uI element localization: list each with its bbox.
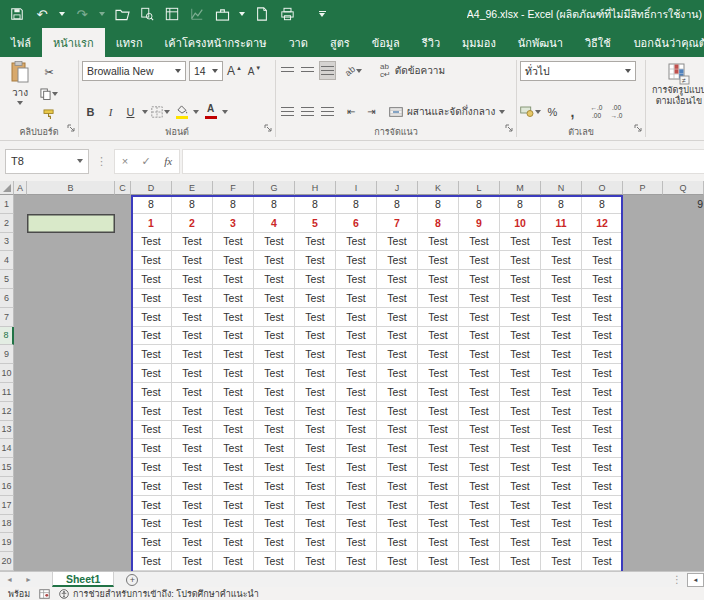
cell-I20[interactable]: Test (336, 552, 377, 571)
row-header-14[interactable]: 14 (0, 439, 14, 458)
row-header-15[interactable]: 15 (0, 458, 14, 477)
row-header-18[interactable]: 18 (0, 515, 14, 534)
cell-J8[interactable]: Test (377, 327, 418, 346)
cell-N8[interactable]: Test (541, 327, 582, 346)
row-header-6[interactable]: 6 (0, 289, 14, 308)
sheet-tab-sheet1[interactable]: Sheet1 (52, 572, 114, 587)
cell-A11[interactable] (14, 383, 27, 402)
row-header-16[interactable]: 16 (0, 477, 14, 496)
cell-P11[interactable] (623, 383, 663, 402)
cell-C1[interactable] (115, 195, 131, 214)
col-header-O[interactable]: O (582, 181, 623, 195)
ribbon-tab-page-layout[interactable]: เค้าโครงหน้ากระดาษ (154, 28, 278, 57)
cell-L18[interactable]: Test (459, 515, 500, 534)
cell-K7[interactable]: Test (418, 308, 459, 327)
cell-H15[interactable]: Test (295, 458, 336, 477)
cell-C14[interactable] (115, 439, 131, 458)
cell-O2[interactable]: 12 (582, 214, 623, 233)
cell-L6[interactable]: Test (459, 289, 500, 308)
middle-align-icon[interactable] (299, 61, 316, 80)
orientation-icon[interactable]: ab (345, 61, 362, 80)
cell-I2[interactable]: 6 (336, 214, 377, 233)
cell-K4[interactable]: Test (418, 251, 459, 270)
cell-G17[interactable]: Test (254, 496, 295, 515)
fill-color-dropdown-icon[interactable] (193, 110, 199, 114)
cell-O15[interactable]: Test (582, 458, 623, 477)
cell-L11[interactable]: Test (459, 383, 500, 402)
cell-E4[interactable]: Test (172, 251, 213, 270)
cell-M20[interactable]: Test (500, 552, 541, 571)
cell-H16[interactable]: Test (295, 477, 336, 496)
col-header-H[interactable]: H (295, 181, 336, 195)
cell-H4[interactable]: Test (295, 251, 336, 270)
cell-L7[interactable]: Test (459, 308, 500, 327)
font-color-icon[interactable]: A (202, 102, 219, 121)
cell-J20[interactable]: Test (377, 552, 418, 571)
col-header-I[interactable]: I (336, 181, 377, 195)
cell-E13[interactable]: Test (172, 421, 213, 440)
select-all-button[interactable] (0, 181, 14, 195)
cell-I7[interactable]: Test (336, 308, 377, 327)
cell-K8[interactable]: Test (418, 327, 459, 346)
cell-D11[interactable]: Test (131, 383, 172, 402)
cell-H9[interactable]: Test (295, 345, 336, 364)
font-color-dropdown-icon[interactable] (222, 110, 228, 114)
row-header-11[interactable]: 11 (0, 383, 14, 402)
cell-D9[interactable]: Test (131, 345, 172, 364)
cell-O1[interactable]: 8 (582, 195, 623, 214)
cell-C8[interactable] (115, 327, 131, 346)
col-header-E[interactable]: E (172, 181, 213, 195)
cell-C18[interactable] (115, 515, 131, 534)
cell-K3[interactable]: Test (418, 233, 459, 252)
cell-F12[interactable]: Test (213, 402, 254, 421)
cell-P1[interactable] (623, 195, 663, 214)
cell-B13[interactable] (27, 421, 115, 440)
cell-Q11[interactable] (663, 383, 704, 402)
cell-O5[interactable]: Test (582, 270, 623, 289)
cell-E2[interactable]: 2 (172, 214, 213, 233)
cell-H8[interactable]: Test (295, 327, 336, 346)
cell-M1[interactable]: 8 (500, 195, 541, 214)
cell-A14[interactable] (14, 439, 27, 458)
cell-F11[interactable]: Test (213, 383, 254, 402)
cell-D4[interactable]: Test (131, 251, 172, 270)
cell-O9[interactable]: Test (582, 345, 623, 364)
cell-J18[interactable]: Test (377, 515, 418, 534)
cell-A7[interactable] (14, 308, 27, 327)
cell-I12[interactable]: Test (336, 402, 377, 421)
cell-G18[interactable]: Test (254, 515, 295, 534)
cell-P12[interactable] (623, 402, 663, 421)
cell-J19[interactable]: Test (377, 533, 418, 552)
cell-B18[interactable] (27, 515, 115, 534)
cell-Q16[interactable] (663, 477, 704, 496)
cell-G13[interactable]: Test (254, 421, 295, 440)
col-header-G[interactable]: G (254, 181, 295, 195)
cell-M9[interactable]: Test (500, 345, 541, 364)
cell-I17[interactable]: Test (336, 496, 377, 515)
cell-L9[interactable]: Test (459, 345, 500, 364)
cell-J11[interactable]: Test (377, 383, 418, 402)
col-header-M[interactable]: M (500, 181, 541, 195)
number-dialog-launcher-icon[interactable] (634, 118, 642, 136)
cell-N16[interactable]: Test (541, 477, 582, 496)
cell-J16[interactable]: Test (377, 477, 418, 496)
cell-O18[interactable]: Test (582, 515, 623, 534)
cell-P5[interactable] (623, 270, 663, 289)
cell-K20[interactable]: Test (418, 552, 459, 571)
cell-Q14[interactable] (663, 439, 704, 458)
cell-A13[interactable] (14, 421, 27, 440)
cell-J6[interactable]: Test (377, 289, 418, 308)
cell-H11[interactable]: Test (295, 383, 336, 402)
col-header-D[interactable]: D (131, 181, 172, 195)
cancel-icon[interactable]: × (122, 155, 128, 167)
cell-F19[interactable]: Test (213, 533, 254, 552)
cell-H17[interactable]: Test (295, 496, 336, 515)
borders-icon[interactable] (151, 102, 170, 121)
cell-D15[interactable]: Test (131, 458, 172, 477)
cell-P20[interactable] (623, 552, 663, 571)
enter-icon[interactable]: ✓ (142, 155, 151, 168)
cell-E17[interactable]: Test (172, 496, 213, 515)
cell-M16[interactable]: Test (500, 477, 541, 496)
cell-N4[interactable]: Test (541, 251, 582, 270)
format-painter-icon[interactable] (40, 105, 58, 124)
